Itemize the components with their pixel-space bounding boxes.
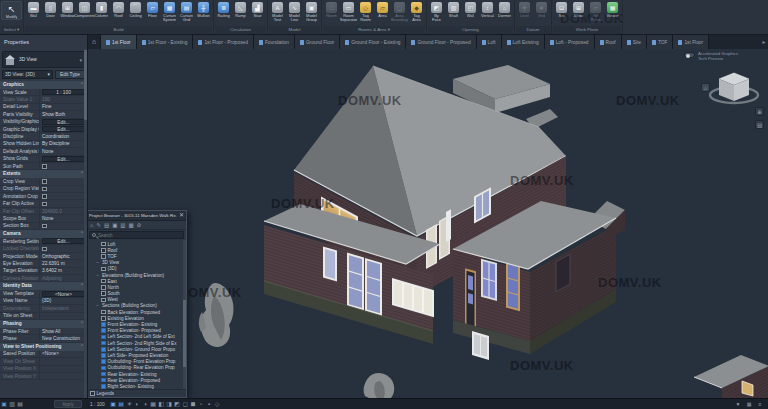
wall-button[interactable]: ◰Wall — [462, 1, 479, 18]
model-line-button[interactable]: ∿Model Line — [286, 1, 303, 23]
modify-button[interactable]: ↖Modify — [1, 1, 22, 20]
component-button[interactable]: ◫Component — [76, 1, 93, 18]
isolate-icon[interactable]: ◩ — [174, 399, 181, 409]
tree-collapse-icon[interactable]: − — [95, 273, 100, 278]
accelerated-graphics-toggle[interactable]: Accelerated GraphicsTech Preview — [684, 51, 764, 61]
checkbox[interactable] — [42, 187, 47, 192]
door-button[interactable]: ▯Door — [42, 1, 59, 18]
checkbox[interactable] — [42, 179, 47, 184]
area-boundary-button[interactable]: ◻Area Boundary — [391, 1, 408, 23]
set-button[interactable]: ⊡Set — [553, 1, 570, 18]
show-crop-icon[interactable]: ◧ — [158, 399, 165, 409]
reveal-hidden-icon[interactable]: ◻ — [182, 399, 189, 409]
scrollbar-thumb[interactable] — [183, 300, 186, 367]
tree-item-left-section-2nd-right-side-of-ex[interactable]: Left Section- 2nd Right Side of Ex — [88, 340, 186, 346]
wall-button[interactable]: ▬Wall — [25, 1, 42, 18]
selection-count[interactable]: ≡ — [756, 399, 764, 409]
view-tab-1st-floor-existing-1[interactable]: 1st Floor - Existing — [137, 35, 194, 49]
browser-views-list-icon[interactable]: ▤ — [104, 221, 109, 230]
tree-collapse-icon[interactable]: − — [95, 260, 100, 265]
view-tab-roof-10[interactable]: Roof — [595, 35, 622, 49]
view-tab-foundation-3[interactable]: Foundation — [254, 35, 295, 49]
viewer-button[interactable]: ▦Viewer — [604, 1, 621, 18]
apply-button[interactable]: Apply — [54, 400, 82, 408]
property-value[interactable]: 304800.0 — [40, 208, 87, 215]
tag-area-button[interactable]: ◆Tag Area — [408, 1, 425, 23]
value-button[interactable]: Edit... — [42, 156, 85, 162]
property-value[interactable]: Fine — [40, 103, 87, 110]
value-button[interactable]: 1 : 100 — [42, 89, 85, 95]
ceiling-button[interactable]: ⌒Ceiling — [127, 1, 144, 18]
area-button[interactable]: ▱Area — [374, 1, 391, 18]
worksets-icon[interactable]: ▣ — [0, 399, 8, 409]
view-tab-loft-proposed-9[interactable]: Loft - Proposed — [545, 35, 595, 49]
property-value[interactable] — [40, 185, 87, 192]
sun-path-icon[interactable]: ☀ — [126, 399, 133, 409]
search-box[interactable] — [89, 231, 184, 239]
room-button[interactable]: □Room — [323, 1, 340, 18]
property-value[interactable] — [40, 200, 87, 207]
show-button[interactable]: ⊞Show — [570, 1, 587, 18]
checkbox[interactable] — [42, 194, 47, 199]
property-value[interactable]: {3D} — [40, 297, 87, 304]
type-selector[interactable]: 3D View ▾ — [2, 51, 85, 68]
property-value[interactable]: <None> — [40, 350, 87, 357]
instance-selector[interactable]: 3D View: {3D}▾ — [2, 70, 53, 79]
search-input[interactable] — [98, 233, 181, 238]
close-icon[interactable]: ✕ — [179, 211, 184, 220]
filter-icon[interactable]: ▦ — [745, 399, 753, 409]
properties-scrollbar[interactable] — [84, 49, 87, 398]
analytical-icon[interactable]: ▪ — [206, 399, 213, 409]
property-value[interactable]: Edit... — [40, 238, 87, 244]
property-value[interactable]: None — [40, 148, 87, 155]
viewcube[interactable] — [706, 65, 762, 109]
checkbox[interactable] — [42, 247, 47, 252]
toggle-switch-icon[interactable] — [684, 52, 695, 58]
property-value[interactable]: Coordination — [40, 133, 87, 140]
room-separator-button[interactable]: ▭Room Separator — [340, 1, 357, 23]
project-browser-titlebar[interactable]: Project Browser - 3015-11 Marsden Walk R… — [88, 211, 186, 221]
property-value[interactable] — [40, 193, 87, 200]
view-tab-site-11[interactable]: Site — [622, 35, 647, 49]
view-tab-1st-floor-proposed-2[interactable]: 1st Floor - Proposed — [193, 35, 253, 49]
browser-groups-list-icon[interactable]: ▦ — [129, 221, 134, 230]
links-icon[interactable]: ▤ — [16, 399, 24, 409]
view-scale-control[interactable]: 1 : 100 — [90, 402, 105, 407]
view-tab-ground-floor-4[interactable]: Ground Floor — [295, 35, 340, 49]
value-button[interactable]: Edit... — [42, 119, 85, 125]
checkbox[interactable] — [42, 164, 47, 169]
model-group-button[interactable]: ▣Model Group — [303, 1, 320, 23]
property-value[interactable] — [40, 178, 87, 185]
property-value[interactable] — [40, 163, 87, 170]
property-value[interactable] — [40, 245, 87, 252]
property-value[interactable]: <None> — [40, 291, 87, 297]
ref-plane-button[interactable]: ▱Ref Plane — [587, 1, 604, 23]
view-tab-ground-floor-existing-5[interactable]: Ground Floor - Existing — [340, 35, 406, 49]
property-value[interactable] — [40, 222, 87, 229]
property-value[interactable]: Show All — [40, 328, 87, 335]
property-value[interactable]: Edit... — [40, 119, 87, 125]
tree-collapse-icon[interactable]: − — [95, 303, 100, 308]
navigation-wheel-icon[interactable]: ⊕ — [755, 107, 764, 116]
shadows-icon[interactable]: ◐ — [134, 399, 141, 409]
property-value[interactable]: By Discipline — [40, 140, 87, 147]
view-properties-icon[interactable]: ▫ — [198, 399, 205, 409]
viewport-3d[interactable]: DOMV.UK DOMV.UK DOMV.UK DOMV.UK DOMV.UK … — [88, 49, 768, 398]
level-button[interactable]: ╪Level — [516, 1, 533, 18]
value-button[interactable]: Edit... — [42, 126, 85, 132]
view-tab-1st-floor-0[interactable]: 1st Floor — [101, 35, 137, 49]
tree-item-outbuilding-rear-elevation-prop[interactable]: Outbuilding- Rear Elevation Prop — [88, 365, 186, 371]
property-value[interactable]: 22.6391 m — [40, 260, 87, 267]
browser-home-icon[interactable]: ⌂ — [90, 221, 93, 230]
edit-type-button[interactable]: Edit Type — [55, 70, 85, 79]
value-button[interactable]: <None> — [42, 291, 85, 297]
roof-button[interactable]: ◠Roof — [110, 1, 127, 18]
browser-sheets-list-icon[interactable]: ▣ — [112, 221, 117, 230]
tag-room-button[interactable]: ◇Tag Room — [357, 1, 374, 23]
browser-link-icon[interactable]: ⊘ — [137, 221, 142, 230]
visual-style-icon[interactable]: ▣ — [110, 399, 117, 409]
property-value[interactable]: New Construction — [40, 335, 87, 342]
crop-view-icon[interactable]: ▦ — [150, 399, 157, 409]
dormer-button[interactable]: ⌂Dormer — [496, 1, 513, 18]
selection-toggle-icon[interactable]: ▼ — [734, 399, 742, 409]
